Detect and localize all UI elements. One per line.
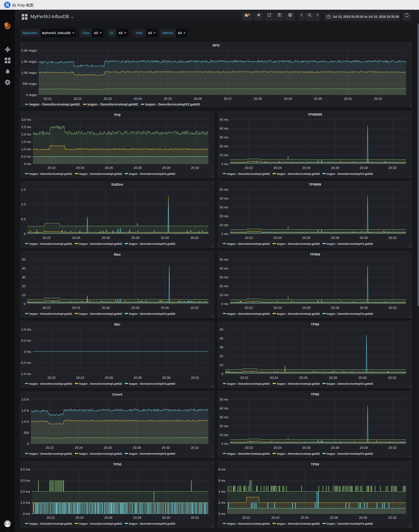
- svg-text:50 ms: 50 ms: [220, 118, 228, 121]
- svg-text:20:32: 20:32: [389, 236, 397, 240]
- svg-text:20:32: 20:32: [374, 97, 382, 101]
- svg-text:40: 40: [22, 266, 26, 270]
- svg-text:20:28: 20:28: [131, 306, 139, 310]
- svg-text:0: 0: [222, 372, 223, 376]
- svg-text:20:32: 20:32: [191, 166, 199, 170]
- svg-text:20:24: 20:24: [76, 376, 84, 380]
- svg-text:3.0 ms: 3.0 ms: [21, 118, 31, 121]
- svg-text:20:30: 20:30: [314, 97, 322, 101]
- svg-text:2.5 ms: 2.5 ms: [21, 125, 31, 129]
- svg-text:1.5 K: 1.5 K: [22, 409, 29, 412]
- svg-text:20:30: 20:30: [161, 236, 169, 240]
- svg-text:20:30: 20:30: [360, 236, 368, 240]
- svg-text:0.5 ms: 0.5 ms: [21, 155, 31, 158]
- svg-text:20:28: 20:28: [331, 306, 339, 310]
- svg-text:2.0 K: 2.0 K: [22, 398, 29, 401]
- svg-text:20:32: 20:32: [389, 166, 397, 170]
- svg-text:20:26: 20:26: [302, 306, 310, 310]
- svg-text:0 ms: 0 ms: [221, 442, 228, 446]
- svg-text:10 ms: 10 ms: [220, 293, 228, 297]
- svg-text:20:26: 20:26: [105, 376, 113, 380]
- svg-text:20:22: 20:22: [48, 376, 56, 380]
- svg-text:20:22: 20:22: [46, 446, 54, 450]
- svg-text:20:28: 20:28: [131, 236, 140, 240]
- svg-text:10: 10: [22, 293, 26, 297]
- svg-text:20:28: 20:28: [329, 376, 337, 380]
- svg-text:500 reqps: 500 reqps: [22, 82, 37, 86]
- svg-text:0: 0: [24, 302, 26, 306]
- svg-text:3.0 ms: 3.0 ms: [20, 479, 30, 482]
- svg-text:8 ms: 8 ms: [218, 468, 225, 471]
- svg-text:-0.5 ms: -0.5 ms: [20, 361, 31, 365]
- svg-text:2 ms: 2 ms: [218, 501, 225, 505]
- svg-text:50: 50: [22, 258, 26, 261]
- svg-text:20:32: 20:32: [191, 236, 199, 240]
- svg-text:20:24: 20:24: [75, 516, 83, 519]
- svg-text:1.5: 1.5: [21, 188, 26, 191]
- svg-text:20:29: 20:29: [284, 97, 292, 101]
- svg-text:40 ms: 40 ms: [220, 266, 228, 270]
- svg-text:30 ms: 30 ms: [220, 415, 228, 419]
- svg-text:30: 30: [220, 345, 223, 349]
- svg-text:0 reqps: 0 reqps: [26, 93, 37, 97]
- svg-text:20:26: 20:26: [194, 97, 202, 101]
- svg-text:20:30: 20:30: [162, 516, 170, 519]
- svg-text:20:25: 20:25: [164, 97, 172, 101]
- svg-text:20:32: 20:32: [191, 446, 199, 450]
- svg-text:20 ms: 20 ms: [220, 214, 228, 218]
- svg-text:20:24: 20:24: [72, 306, 80, 310]
- svg-text:20:28: 20:28: [133, 166, 142, 170]
- svg-text:0: 0: [24, 232, 26, 236]
- svg-text:1.0 ms: 1.0 ms: [20, 501, 30, 505]
- svg-text:0 ms: 0 ms: [221, 302, 228, 306]
- svg-text:0 ms: 0 ms: [23, 512, 30, 516]
- svg-text:20:32: 20:32: [389, 446, 397, 450]
- svg-text:-1.0 ms: -1.0 ms: [20, 372, 31, 376]
- svg-text:1.0 K: 1.0 K: [22, 420, 29, 424]
- svg-text:20:28: 20:28: [330, 516, 338, 519]
- svg-text:40 ms: 40 ms: [220, 127, 228, 130]
- svg-text:20:24: 20:24: [72, 236, 80, 240]
- svg-text:0: 0: [27, 442, 29, 446]
- svg-text:20: 20: [22, 284, 26, 288]
- svg-text:20:32: 20:32: [388, 516, 396, 519]
- svg-text:1.5K reqps: 1.5K reqps: [21, 60, 37, 63]
- svg-text:20:28: 20:28: [331, 446, 339, 450]
- svg-text:4 ms: 4 ms: [218, 490, 225, 494]
- svg-text:20:28: 20:28: [254, 97, 262, 101]
- svg-text:20:22: 20:22: [47, 516, 55, 519]
- svg-text:4.0 ms: 4.0 ms: [20, 468, 30, 471]
- svg-text:20:22: 20:22: [245, 166, 253, 170]
- svg-text:20 ms: 20 ms: [220, 284, 228, 288]
- svg-text:20:22: 20:22: [240, 376, 248, 380]
- svg-text:2.0K reqps: 2.0K reqps: [21, 49, 37, 52]
- svg-text:10 ms: 10 ms: [220, 223, 228, 227]
- svg-text:20:26: 20:26: [302, 166, 310, 170]
- svg-text:0 ms: 0 ms: [218, 512, 225, 516]
- svg-text:50: 50: [220, 328, 223, 331]
- svg-text:10: 10: [220, 363, 223, 367]
- svg-text:20:24: 20:24: [274, 446, 282, 450]
- svg-text:20:22: 20:22: [242, 516, 250, 519]
- svg-text:0 ms: 0 ms: [221, 162, 228, 166]
- svg-text:20:30: 20:30: [359, 516, 367, 519]
- svg-text:20:30: 20:30: [360, 166, 368, 170]
- svg-text:40 ms: 40 ms: [220, 197, 228, 200]
- svg-text:20:26: 20:26: [302, 446, 310, 450]
- svg-text:20:24: 20:24: [271, 516, 279, 519]
- svg-text:20:28: 20:28: [331, 166, 339, 170]
- svg-text:20:24: 20:24: [274, 306, 282, 310]
- svg-text:20:26: 20:26: [102, 306, 110, 310]
- svg-text:20:24: 20:24: [274, 236, 282, 240]
- svg-text:50 ms: 50 ms: [220, 398, 228, 401]
- svg-text:20:22: 20:22: [245, 236, 253, 240]
- svg-text:20:22: 20:22: [42, 236, 51, 240]
- svg-text:20:32: 20:32: [191, 376, 199, 380]
- svg-text:20:28: 20:28: [133, 446, 141, 450]
- svg-text:0 ms: 0 ms: [221, 232, 228, 236]
- svg-text:1.0 ms: 1.0 ms: [21, 147, 31, 151]
- svg-text:20 ms: 20 ms: [220, 144, 228, 148]
- svg-text:20:28: 20:28: [133, 376, 142, 380]
- svg-text:40 ms: 40 ms: [220, 406, 228, 410]
- svg-text:30 ms: 30 ms: [220, 135, 228, 139]
